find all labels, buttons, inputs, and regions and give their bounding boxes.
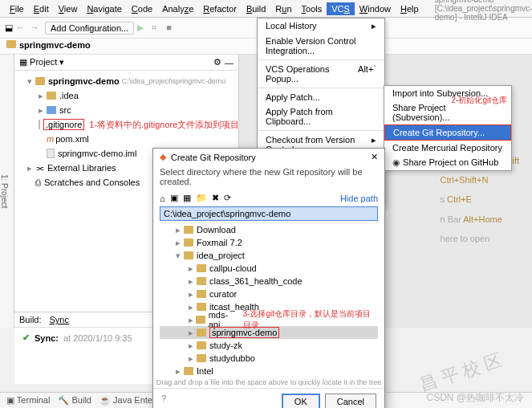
submenu-share-github[interactable]: ◉ Share Project on GitHub <box>384 155 511 170</box>
git-icon: ◆ <box>160 152 166 162</box>
delete-icon[interactable]: ✖ <box>212 193 219 203</box>
dialog-title: Create Git Repository <box>171 153 256 162</box>
collapse-icon[interactable]: — <box>225 58 234 67</box>
menu-file[interactable]: File <box>5 2 29 15</box>
home-icon[interactable]: ⌂ <box>160 194 165 203</box>
menu-enable-vcs[interactable]: Enable Version Control Integration... <box>258 34 384 58</box>
collapse-icon[interactable]: ⬓ <box>5 22 13 33</box>
menu-window[interactable]: Window <box>355 2 396 15</box>
menu-refactor[interactable]: Refactor <box>198 2 242 15</box>
menu-help[interactable]: Help <box>396 2 424 15</box>
project-icon[interactable]: ▦ <box>183 193 191 203</box>
dialog-tree[interactable]: ▸Download ▸Foxmail 7.2 ▾idea_project ▸ca… <box>160 222 378 375</box>
status-terminal[interactable]: ▣ Terminal <box>6 395 50 406</box>
build-tab-sync[interactable]: Sync <box>50 315 69 324</box>
desktop-icon[interactable]: ▣ <box>170 193 178 203</box>
run-icon[interactable]: ▶ <box>137 22 148 34</box>
fwd-icon[interactable]: → <box>30 22 42 34</box>
gear-icon[interactable]: ⚙ <box>213 57 221 67</box>
gitignore-file[interactable]: .gitignore1-将资料中的.gitignore文件添加到项目 <box>18 117 235 132</box>
back-icon[interactable]: ← <box>16 22 27 34</box>
build-tab-build[interactable]: Build: <box>19 315 42 324</box>
add-configuration-button[interactable]: Add Configuration... <box>45 22 134 35</box>
menu-vcs[interactable]: VCS <box>327 2 355 15</box>
left-gutter[interactable]: 1: Project <box>0 55 14 328</box>
check-icon: ✔ <box>22 333 30 343</box>
menu-local-history[interactable]: Local History▸ <box>258 18 384 34</box>
path-input[interactable] <box>160 206 378 221</box>
menu-navigate[interactable]: Navigate <box>82 2 126 15</box>
dialog-hint: Drag and drop a file into the space abov… <box>153 377 384 388</box>
menu-view[interactable]: View <box>54 2 83 15</box>
create-git-dialog: ◆ Create Git Repository ✕ Select directo… <box>152 148 385 408</box>
submenu-create-git[interactable]: Create Git Repository... <box>384 124 511 141</box>
help-icon[interactable]: ? <box>161 394 166 408</box>
submenu-create-hg[interactable]: Create Mercurial Repository <box>384 141 511 155</box>
menu-bar: File Edit View Navigate Code Analyze Ref… <box>0 0 532 18</box>
dialog-desc: Select directory where the new Git repos… <box>153 165 384 191</box>
newfolder-icon[interactable]: 📁 <box>196 193 207 203</box>
menu-vcs-popup[interactable]: VCS Operations Popup...Alt+` <box>258 62 384 86</box>
close-icon[interactable]: ✕ <box>371 152 378 162</box>
status-build[interactable]: 🔨 Build <box>58 395 91 406</box>
annotation-2: 2-初始化git仓库 <box>452 95 507 106</box>
menu-analyze[interactable]: Analyze <box>157 2 198 15</box>
menu-apply-patch-clip[interactable]: Apply Patch from Clipboard... <box>258 104 384 129</box>
debug-icon[interactable]: ⌗ <box>152 22 163 34</box>
menu-run[interactable]: Run <box>270 2 296 15</box>
watermark: 昌平校区 <box>416 346 510 397</box>
annotation-1: 1-将资料中的.gitignore文件添加到项目 <box>89 119 239 131</box>
stop-icon[interactable]: ■ <box>166 22 177 34</box>
refresh-icon[interactable]: ⟳ <box>224 193 231 203</box>
ok-button[interactable]: OK <box>282 394 320 408</box>
csdn-watermark: CSDN @热咖啡不太冷 <box>426 391 524 405</box>
cancel-button[interactable]: Cancel <box>325 394 376 408</box>
menu-tools[interactable]: Tools <box>297 2 327 15</box>
menu-apply-patch[interactable]: Apply Patch... <box>258 90 384 104</box>
menu-build[interactable]: Build <box>242 2 270 15</box>
menu-edit[interactable]: Edit <box>29 2 54 15</box>
project-dropdown[interactable]: ▦ Project ▾ <box>19 57 64 67</box>
window-title-path: springmvc-demo [C:\idea_project\springmv… <box>430 0 532 23</box>
hide-path-link[interactable]: Hide path <box>340 194 378 203</box>
menu-code[interactable]: Code <box>127 2 157 15</box>
